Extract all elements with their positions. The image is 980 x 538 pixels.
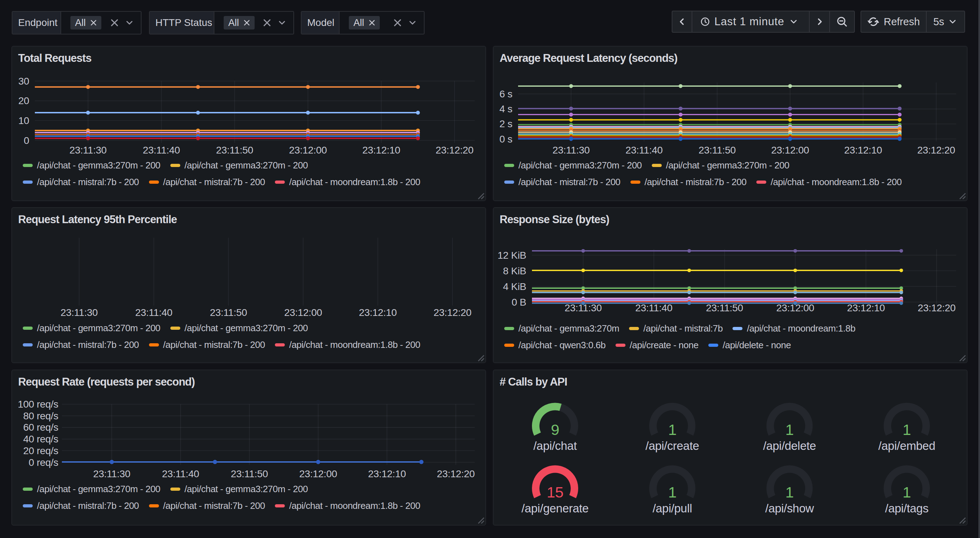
svg-text:/api/create: /api/create bbox=[645, 439, 699, 452]
svg-text:23:11:30: 23:11:30 bbox=[69, 144, 107, 156]
svg-text:23:11:50: 23:11:50 bbox=[706, 302, 743, 313]
svg-text:1: 1 bbox=[902, 421, 911, 438]
svg-text:60 req/s: 60 req/s bbox=[23, 422, 58, 433]
svg-text:23:11:50: 23:11:50 bbox=[210, 307, 247, 318]
svg-text:1: 1 bbox=[786, 484, 794, 501]
svg-text:23:12:00: 23:12:00 bbox=[299, 468, 337, 479]
svg-text:1: 1 bbox=[786, 421, 794, 438]
svg-text:23:11:40: 23:11:40 bbox=[135, 307, 172, 318]
svg-text:23:11:50: 23:11:50 bbox=[231, 468, 268, 479]
svg-text:/api/chat: /api/chat bbox=[533, 439, 577, 452]
svg-text:23:11:40: 23:11:40 bbox=[162, 468, 199, 479]
svg-text:23:11:30: 23:11:30 bbox=[93, 468, 130, 479]
svg-text:/api/show: /api/show bbox=[765, 502, 814, 515]
svg-text:12 KiB: 12 KiB bbox=[498, 250, 526, 261]
svg-text:1: 1 bbox=[902, 484, 911, 501]
svg-text:23:11:50: 23:11:50 bbox=[698, 144, 736, 156]
svg-text:23:11:40: 23:11:40 bbox=[625, 144, 663, 156]
svg-text:4 s: 4 s bbox=[500, 103, 512, 114]
svg-text:23:12:10: 23:12:10 bbox=[362, 144, 400, 156]
svg-text:/api/delete: /api/delete bbox=[763, 439, 816, 452]
svg-text:20: 20 bbox=[18, 95, 29, 106]
svg-text:0 req/s: 0 req/s bbox=[29, 457, 59, 468]
svg-text:23:12:10: 23:12:10 bbox=[844, 144, 882, 156]
svg-text:6 s: 6 s bbox=[500, 89, 512, 100]
svg-text:8 KiB: 8 KiB bbox=[503, 265, 526, 276]
svg-text:100 req/s: 100 req/s bbox=[18, 399, 58, 410]
svg-text:30: 30 bbox=[18, 76, 29, 87]
svg-text:0 s: 0 s bbox=[500, 133, 512, 144]
svg-text:80 req/s: 80 req/s bbox=[23, 410, 58, 421]
svg-text:23:11:30: 23:11:30 bbox=[553, 144, 590, 156]
svg-text:2 s: 2 s bbox=[500, 118, 512, 129]
svg-text:1: 1 bbox=[668, 421, 677, 438]
svg-text:23:12:20: 23:12:20 bbox=[918, 302, 956, 313]
svg-text:/api/tags: /api/tags bbox=[885, 502, 928, 515]
svg-text:23:12:00: 23:12:00 bbox=[289, 144, 327, 156]
svg-text:/api/pull: /api/pull bbox=[652, 502, 692, 515]
svg-text:23:12:10: 23:12:10 bbox=[359, 307, 397, 318]
svg-text:0: 0 bbox=[24, 135, 29, 146]
svg-text:20 req/s: 20 req/s bbox=[23, 445, 58, 456]
svg-text:/api/generate: /api/generate bbox=[522, 502, 589, 515]
svg-text:/api/embed: /api/embed bbox=[878, 439, 935, 452]
svg-text:9: 9 bbox=[551, 421, 559, 438]
svg-text:23:12:00: 23:12:00 bbox=[284, 307, 322, 318]
svg-text:23:12:20: 23:12:20 bbox=[436, 144, 474, 156]
svg-text:4 KiB: 4 KiB bbox=[503, 281, 526, 292]
svg-text:23:12:20: 23:12:20 bbox=[917, 144, 955, 156]
svg-text:23:11:30: 23:11:30 bbox=[60, 307, 98, 318]
svg-text:23:11:40: 23:11:40 bbox=[143, 144, 180, 156]
svg-text:23:11:50: 23:11:50 bbox=[216, 144, 253, 156]
svg-text:0 B: 0 B bbox=[512, 297, 526, 308]
svg-text:23:12:20: 23:12:20 bbox=[433, 307, 471, 318]
svg-text:10: 10 bbox=[18, 115, 29, 126]
svg-text:23:11:40: 23:11:40 bbox=[635, 302, 673, 313]
svg-text:23:12:00: 23:12:00 bbox=[771, 144, 809, 156]
svg-text:15: 15 bbox=[547, 484, 563, 501]
svg-text:23:12:10: 23:12:10 bbox=[847, 302, 885, 313]
svg-text:23:12:20: 23:12:20 bbox=[437, 468, 475, 479]
svg-text:1: 1 bbox=[668, 484, 677, 501]
svg-text:23:12:10: 23:12:10 bbox=[368, 468, 406, 479]
svg-text:40 req/s: 40 req/s bbox=[23, 433, 58, 444]
